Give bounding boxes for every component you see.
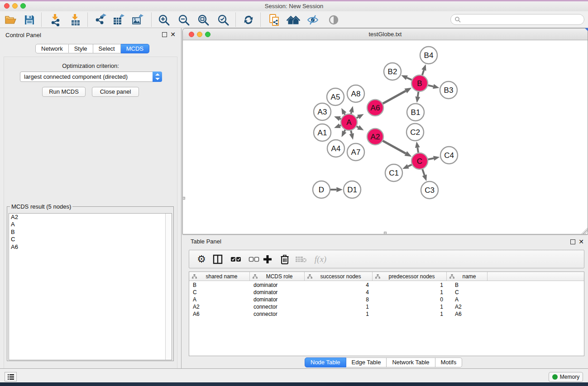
table-cell: connector [250,310,305,318]
graph-edge[interactable] [340,125,341,126]
task-history-button[interactable] [5,372,17,381]
graph-edge[interactable] [340,119,341,119]
zoom-window-button[interactable] [20,3,26,9]
column-header-shared-name[interactable]: shared name [189,272,250,281]
add-row-icon[interactable] [261,253,274,266]
tab-select[interactable]: Select [93,44,121,53]
window-resize-corner-mark[interactable] [585,28,588,31]
table-tab-network-table[interactable]: Network Table [387,357,435,367]
close-panel-button[interactable]: Close panel [92,87,139,97]
graph-edge[interactable] [407,78,412,80]
main-toolbar [0,11,588,28]
table-row[interactable]: A6connector11A6 [189,310,584,318]
minimize-window-button[interactable] [12,3,18,9]
function-builder-icon: f(x) [311,253,330,266]
tab-style[interactable]: Style [69,44,93,53]
graph-edge[interactable] [357,117,359,118]
network-graph[interactable]: AA1A2A3A4A5A6A7A8BB1B2B3B4CC1C2C3C4DD1 [183,40,588,234]
copy-network-icon[interactable] [268,13,281,27]
window-resize-grip[interactable] [581,228,588,234]
graph-edge[interactable] [418,92,419,97]
select-all-icon[interactable] [229,253,243,266]
result-item[interactable]: B [9,229,172,236]
zoom-fit-icon[interactable] [196,13,210,27]
graph-edge-arrowhead [349,133,354,139]
graph-edge[interactable] [344,114,345,115]
network-view-window: testGlobe.txt AA1A2A3A4A5A6A7A8BB1B2B3B4… [182,28,588,234]
show-column-icon[interactable] [211,253,225,266]
optimization-criterion-select[interactable]: largest connected component (directed) [20,71,162,82]
import-network-icon[interactable] [49,13,62,27]
deselect-all-icon[interactable] [247,253,261,266]
export-network-icon[interactable] [94,13,107,27]
table-panel-title: Table Panel [191,238,221,245]
open-file-icon[interactable] [4,13,17,27]
search-icon [454,16,461,23]
network-close-button[interactable] [189,32,194,37]
table-row[interactable]: Adominator80A [189,296,584,303]
show-all-icon[interactable] [327,13,340,27]
graph-edge[interactable] [428,85,433,86]
graph-edge[interactable] [408,165,411,167]
close-table-panel-icon[interactable]: ✕ [578,238,584,245]
table-tab-node-table[interactable]: Node Table [305,357,346,367]
window-resize-handle-left[interactable] [182,197,185,200]
first-neighbors-icon[interactable] [287,13,300,27]
network-window-titlebar[interactable]: testGlobe.txt [183,29,588,40]
hide-selected-icon[interactable] [306,13,320,27]
graph-edge[interactable] [344,130,345,132]
table-cell: C [189,289,250,296]
zoom-selected-icon[interactable] [216,13,230,27]
import-table-icon[interactable] [69,13,82,27]
close-panel-icon[interactable]: ✕ [170,31,176,38]
table-tab-edge-table[interactable]: Edge Table [346,357,387,367]
save-session-icon[interactable] [23,13,36,27]
network-minimize-button[interactable] [197,32,202,37]
float-panel-icon[interactable] [162,32,167,37]
zoom-out-icon[interactable] [177,13,191,27]
mcds-result-title: MCDS result (5 nodes) [10,203,72,210]
window-resize-handle-bottom[interactable] [384,232,387,234]
graph-edge[interactable] [428,158,434,159]
table-cell: 8 [305,296,373,303]
graph-edge[interactable] [417,148,418,152]
graph-edge[interactable] [422,70,424,75]
result-item[interactable]: C [9,236,172,243]
memory-button[interactable]: Memory [549,372,583,382]
mcds-result-list[interactable]: A2ABCA6 [9,213,172,360]
table-row[interactable]: A2connector11A2 [189,303,584,310]
tab-network[interactable]: Network [35,44,69,53]
table-row[interactable]: Cdominator41C [189,289,584,296]
graph-edge[interactable] [351,131,352,134]
graph-edge[interactable] [422,169,425,175]
table-cell: B [189,281,250,289]
tab-mcds[interactable]: MCDS [121,44,149,53]
graph-edge[interactable] [351,112,351,114]
column-header-successor-nodes[interactable]: successor nodes [305,272,373,281]
graph-edge[interactable] [383,141,406,153]
run-mcds-button[interactable]: Run MCDS [42,87,86,97]
delete-row-icon[interactable] [278,253,292,266]
close-window-button[interactable] [4,3,10,9]
result-item[interactable]: A [9,221,172,228]
column-header-predecessor-nodes[interactable]: predecessor nodes [373,272,447,281]
export-image-icon[interactable] [131,13,144,27]
result-scrollbar[interactable] [165,214,172,360]
network-canvas[interactable]: AA1A2A3A4A5A6A7A8BB1B2B3B4CC1C2C3C4DD1 [183,40,588,234]
network-zoom-button[interactable] [205,32,210,37]
column-header-name[interactable]: name [447,272,488,281]
table-row[interactable]: Bdominator41B [189,281,584,289]
node-table: shared nameMCDS rolesuccessor nodesprede… [189,272,584,356]
graph-edge[interactable] [383,91,406,104]
export-table-icon[interactable] [112,13,125,27]
search-input[interactable] [450,14,584,25]
result-item[interactable]: A6 [9,243,172,251]
settings-gear-icon[interactable]: ⚙ [195,253,208,266]
graph-edge[interactable] [357,126,359,127]
float-table-panel-icon[interactable] [570,239,575,244]
refresh-icon[interactable] [242,13,255,27]
table-tab-motifs[interactable]: Motifs [435,357,463,367]
column-header-MCDS-role[interactable]: MCDS role [250,272,305,281]
result-item[interactable]: A2 [9,214,172,221]
zoom-in-icon[interactable] [157,13,171,27]
